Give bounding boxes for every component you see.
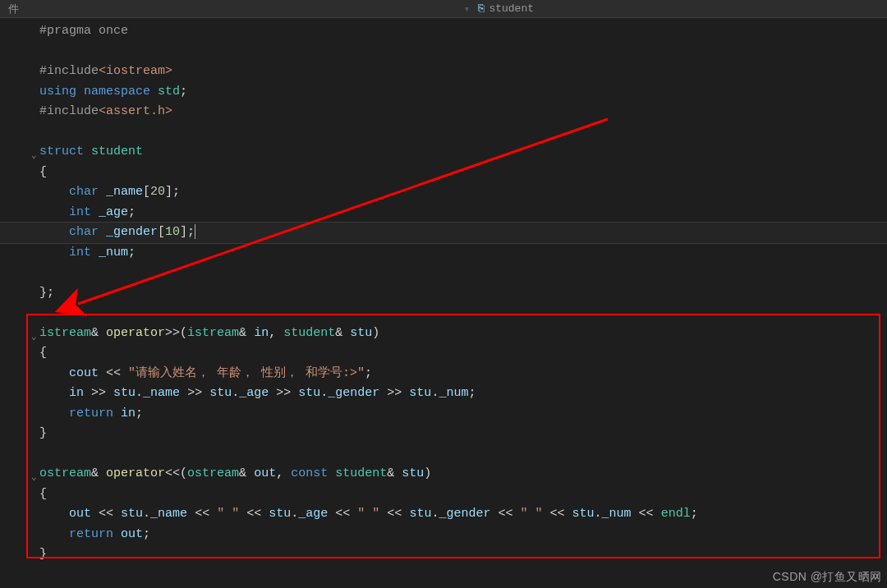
field-num: _num xyxy=(99,246,128,260)
tab-separator: ▾ xyxy=(464,2,471,16)
kw-return: return xyxy=(69,407,113,420)
titlebar: 件 ▾ ⎘ student xyxy=(0,0,887,18)
ns-std: std xyxy=(158,85,180,99)
field-gender: _gender xyxy=(106,225,158,239)
type-ostream: ostream xyxy=(39,466,91,480)
current-line: char _gender[10]; xyxy=(0,223,887,243)
fn-operator: operator xyxy=(106,326,165,340)
kw-using: using xyxy=(39,85,76,99)
header-iostream: <iostream> xyxy=(99,64,172,78)
header-assert: <assert.h> xyxy=(99,104,172,118)
struct-student: student xyxy=(91,145,143,158)
field-name: _name xyxy=(106,185,143,199)
field-age: _age xyxy=(99,205,128,219)
kw-struct: struct xyxy=(39,145,84,158)
watermark: CSDN @打鱼又晒网 xyxy=(773,570,882,585)
text-cursor xyxy=(195,224,195,239)
type-istream: istream xyxy=(39,326,91,340)
cout: cout xyxy=(69,366,99,380)
kw-const: const xyxy=(291,466,328,480)
code-editor[interactable]: #pragma once #include<iostream> using na… xyxy=(0,18,887,565)
tab-student[interactable]: ⎘ student xyxy=(470,1,542,16)
string-prompt: "请输入姓名， 年龄， 性别， 和学号:>" xyxy=(128,366,365,380)
file-icon: ⎘ xyxy=(478,2,485,15)
include: #include xyxy=(39,104,99,118)
tab-left[interactable]: 件 xyxy=(0,0,27,18)
endl: endl xyxy=(661,507,691,521)
tab-label: student xyxy=(489,2,534,15)
pragma: #pragma once xyxy=(39,24,128,38)
include: #include xyxy=(39,64,99,78)
kw-namespace: namespace xyxy=(84,85,150,99)
